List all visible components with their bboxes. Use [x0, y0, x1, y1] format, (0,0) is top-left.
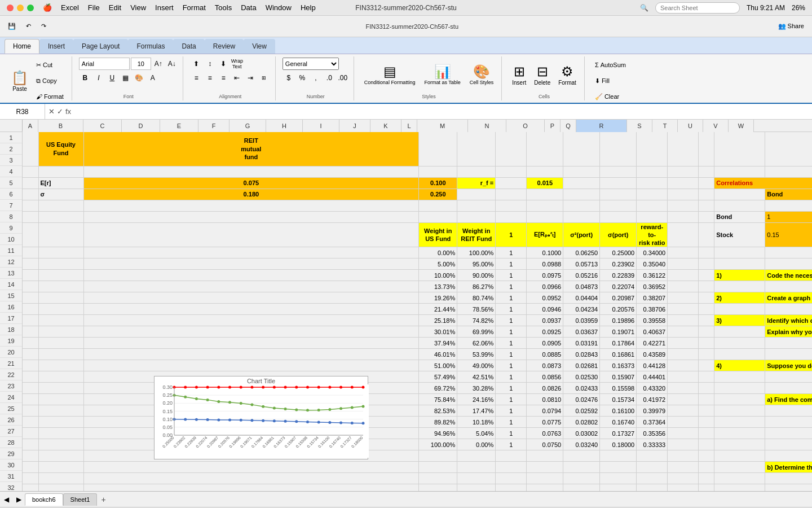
insert-button[interactable]: ⊞ Insert [509, 62, 529, 87]
border-button[interactable]: ▦ [120, 72, 132, 84]
cell-F13[interactable]: 1 [496, 304, 527, 315]
cell-D22[interactable]: 82.53% [419, 405, 457, 417]
cell-B8[interactable] [38, 247, 83, 259]
cell-B18[interactable] [38, 360, 83, 371]
cell-A25[interactable] [23, 439, 38, 450]
cell-D16[interactable]: 37.94% [419, 338, 457, 349]
cell-G20[interactable]: 0.0826 [527, 383, 563, 394]
cell-H27[interactable] [563, 462, 600, 473]
cell-K7[interactable] [668, 222, 699, 247]
cell-D18[interactable]: 51.00% [419, 360, 457, 371]
cell-I2[interactable] [600, 166, 637, 177]
cell-G22[interactable]: 0.0794 [527, 405, 563, 417]
cell-E12[interactable]: 80.74% [457, 292, 496, 304]
row-num-12[interactable]: 12 [0, 256, 22, 268]
cell-E16[interactable]: 62.06% [457, 338, 496, 349]
cell-G6[interactable] [527, 211, 563, 222]
scroll-left-sheets[interactable]: ◀ [0, 493, 12, 506]
cell-G4[interactable] [527, 189, 563, 200]
cell-H2[interactable] [563, 166, 600, 177]
col-W[interactable]: W [729, 120, 754, 132]
cell-N9[interactable] [765, 259, 812, 270]
cell-H29[interactable] [563, 484, 600, 491]
cell-J29[interactable] [637, 484, 668, 491]
cell-M19[interactable] [714, 371, 765, 383]
cell-N29[interactable] [765, 484, 812, 491]
cell-I10[interactable]: 0.22839 [600, 270, 637, 281]
cell-N18[interactable]: Suppose you do an investment process ana… [765, 360, 812, 371]
cell-N4[interactable]: Bond [765, 189, 812, 200]
cell-L3[interactable] [699, 177, 714, 189]
cell-K9[interactable] [668, 259, 699, 270]
cell-H3[interactable] [563, 177, 600, 189]
name-box[interactable] [0, 104, 45, 119]
cell-K16[interactable] [668, 338, 699, 349]
cell-M2[interactable] [714, 166, 765, 177]
cell-A17[interactable] [23, 349, 38, 360]
cell-D19[interactable]: 57.49% [419, 371, 457, 383]
cell-A23[interactable] [23, 417, 38, 428]
cell-N5[interactable] [765, 200, 812, 211]
menu-help[interactable]: Help [301, 3, 316, 12]
cell-I16[interactable]: 0.17864 [600, 338, 637, 349]
cell-B28[interactable] [38, 473, 83, 484]
cell-K28[interactable] [668, 473, 699, 484]
cell-D10[interactable]: 10.00% [419, 270, 457, 281]
cell-I18[interactable]: 0.16373 [600, 360, 637, 371]
cell-J11[interactable]: 0.36952 [637, 281, 668, 292]
cell-K14[interactable] [668, 315, 699, 326]
cell-L25[interactable] [699, 439, 714, 450]
cell-E18[interactable]: 49.00% [457, 360, 496, 371]
row-num-10[interactable]: 10 [0, 234, 22, 245]
cell-G21[interactable]: 0.0810 [527, 394, 563, 405]
cell-E22[interactable]: 17.47% [457, 405, 496, 417]
cell-L2[interactable] [699, 166, 714, 177]
cell-D1[interactable] [419, 132, 457, 166]
cell-B19[interactable] [38, 371, 83, 383]
menu-view[interactable]: View [130, 3, 146, 12]
cell-C8[interactable] [83, 247, 419, 259]
cell-M7[interactable]: Stock [714, 222, 765, 247]
fill-button[interactable]: ⬇ Fill [592, 73, 629, 88]
redo-button[interactable]: ↷ [38, 19, 50, 34]
cell-J22[interactable]: 0.39979 [637, 405, 668, 417]
cell-K4[interactable] [668, 189, 699, 200]
cell-A2[interactable] [23, 166, 38, 177]
cell-D15[interactable]: 30.01% [419, 326, 457, 338]
cell-N22[interactable] [765, 405, 812, 417]
cell-F26[interactable] [496, 450, 527, 462]
cell-G19[interactable]: 0.0856 [527, 371, 563, 383]
col-A[interactable]: A [23, 120, 38, 132]
cell-L14[interactable] [699, 315, 714, 326]
cell-G28[interactable] [527, 473, 563, 484]
cell-D24[interactable]: 94.96% [419, 428, 457, 439]
cell-E8[interactable]: 100.00% [457, 247, 496, 259]
insert-function-icon[interactable]: fx [65, 107, 71, 116]
cell-C15[interactable] [83, 326, 419, 338]
decrease-font-button[interactable]: A↓ [166, 58, 178, 70]
cell-A24[interactable] [23, 428, 38, 439]
cell-B22[interactable] [38, 405, 83, 417]
window-controls[interactable] [7, 5, 34, 11]
align-right-button[interactable]: ≡ [217, 72, 230, 84]
cell-B9[interactable] [38, 259, 83, 270]
cell-K17[interactable] [668, 349, 699, 360]
cell-G17[interactable]: 0.0885 [527, 349, 563, 360]
row-num-18[interactable]: 18 [0, 324, 22, 335]
cell-K26[interactable] [668, 450, 699, 462]
cell-G3[interactable]: 0.015 [527, 177, 563, 189]
cell-G25[interactable]: 0.0750 [527, 439, 563, 450]
cell-I17[interactable]: 0.16861 [600, 349, 637, 360]
cell-L21[interactable] [699, 394, 714, 405]
cell-A20[interactable] [23, 383, 38, 394]
cell-M22[interactable] [714, 405, 765, 417]
cell-E11[interactable]: 86.27% [457, 281, 496, 292]
cell-J5[interactable] [637, 200, 668, 211]
cell-B10[interactable] [38, 270, 83, 281]
cell-M15[interactable] [714, 326, 765, 338]
cell-M23[interactable] [714, 417, 765, 428]
row-num-28[interactable]: 28 [0, 437, 22, 448]
cell-M29[interactable] [714, 484, 765, 491]
cell-L17[interactable] [699, 349, 714, 360]
cell-F28[interactable] [496, 473, 527, 484]
